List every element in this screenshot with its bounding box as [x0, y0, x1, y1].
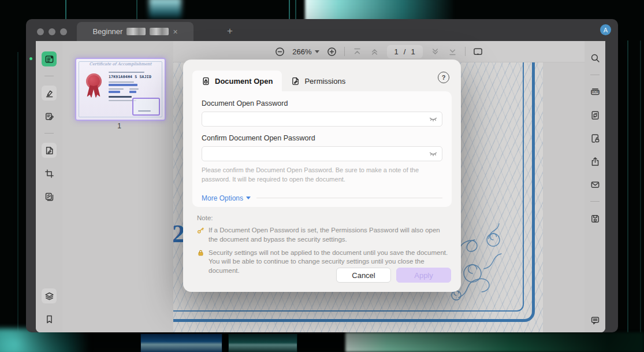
confirm-password-hint: Please confirm the Document Open Passwor… [202, 166, 442, 184]
copy-pages-icon[interactable] [42, 189, 57, 204]
close-tab-button[interactable]: × [173, 27, 177, 36]
document-tab-title: Beginner [92, 27, 122, 36]
page-edit-icon[interactable] [42, 143, 57, 158]
password-field-wrap [202, 112, 442, 127]
divider [590, 201, 600, 202]
note-title: Note: [197, 214, 450, 223]
share-icon[interactable] [587, 154, 602, 169]
document-tab[interactable]: Beginner × [77, 22, 193, 41]
chevron-down-icon [246, 197, 251, 199]
mail-icon[interactable] [587, 177, 602, 192]
redacted-text [126, 28, 146, 35]
zoom-out-icon[interactable] [275, 47, 285, 57]
ocr-icon[interactable]: OCR [587, 84, 602, 99]
divider [256, 198, 442, 198]
search-icon[interactable] [587, 50, 602, 65]
left-sidebar [36, 41, 62, 332]
page-indicator[interactable]: 1 / 1 [387, 45, 423, 58]
zoom-in-icon[interactable] [327, 47, 337, 57]
certificate-id: 17K91A04H4 S SAJID [109, 75, 151, 79]
note-item-text: If a Document Open Password is set, the … [209, 226, 450, 244]
svg-text:OCR: OCR [592, 91, 598, 94]
key-icon [197, 227, 204, 234]
divider [590, 75, 600, 75]
divider [44, 133, 54, 134]
eye-closed-icon[interactable] [429, 149, 438, 158]
help-icon[interactable]: ? [438, 72, 449, 83]
signature-field-highlight [132, 98, 160, 116]
current-page[interactable]: 1 [394, 47, 399, 56]
divider [344, 47, 345, 56]
highlighter-icon[interactable] [42, 86, 57, 101]
redacted-text [150, 28, 169, 35]
page-thumbnail[interactable]: Certificate of Accomplishment 17K91A04H4… [75, 58, 166, 121]
chevron-down-icon [315, 50, 319, 53]
confirm-document-open-password-input[interactable] [202, 147, 442, 161]
crop-icon[interactable] [42, 166, 57, 181]
document-open-panel: Document Open Password Confirm Document … [192, 91, 452, 207]
right-sidebar: OCR [585, 41, 605, 332]
close-window-button[interactable] [37, 28, 44, 35]
divider [465, 47, 466, 56]
confirm-password-label: Confirm Document Open Password [202, 134, 442, 142]
doc-pencil-icon [291, 77, 300, 86]
page-down-icon[interactable] [430, 47, 440, 57]
tab-document-open[interactable]: Document Open [192, 71, 282, 91]
cancel-button[interactable]: Cancel [336, 268, 391, 283]
comment-icon[interactable] [587, 313, 602, 328]
bookmark-icon[interactable] [42, 312, 57, 327]
presenter-icon[interactable] [473, 47, 483, 57]
zoom-level-value: 266% [292, 47, 311, 56]
password-label: Document Open Password [202, 99, 442, 108]
apply-button[interactable]: Apply [396, 268, 451, 283]
reader-icon[interactable] [42, 51, 57, 66]
total-pages: 1 [411, 47, 415, 56]
zoom-level-select[interactable]: 266% [292, 47, 319, 56]
page-up-icon[interactable] [370, 47, 379, 57]
lock-icon [197, 249, 204, 257]
security-dialog: ? Document Open Permissions Document Ope… [183, 60, 461, 292]
thumbnail-page-number: 1 [62, 122, 176, 130]
avatar[interactable]: A [600, 24, 611, 35]
maximize-window-button[interactable] [60, 28, 67, 35]
title-bar: Beginner × + A [26, 19, 618, 41]
minimize-window-button[interactable] [49, 28, 55, 35]
doc-lock-icon [202, 77, 210, 86]
tab-permissions[interactable]: Permissions [282, 71, 355, 91]
confirm-password-field-wrap [202, 146, 442, 161]
security-icon[interactable] [587, 131, 602, 146]
note-edit-icon[interactable] [42, 109, 57, 124]
scroll-bottom-icon[interactable] [448, 47, 457, 57]
document-open-password-input[interactable] [202, 112, 442, 126]
layers-icon[interactable] [42, 288, 57, 303]
save-icon[interactable] [587, 211, 602, 226]
dialog-tabs: Document Open Permissions [192, 71, 355, 91]
eye-closed-icon[interactable] [429, 114, 438, 124]
convert-icon[interactable] [587, 108, 602, 123]
certificate-title: Certificate of Accomplishment [76, 62, 165, 66]
thumbnail-panel: Certificate of Accomplishment 17K91A04H4… [62, 41, 173, 332]
divider [44, 76, 54, 76]
scroll-top-icon[interactable] [352, 47, 362, 57]
new-tab-button[interactable]: + [227, 26, 233, 36]
more-options-link[interactable]: More Options [202, 194, 251, 202]
indicator-dot [29, 57, 32, 60]
